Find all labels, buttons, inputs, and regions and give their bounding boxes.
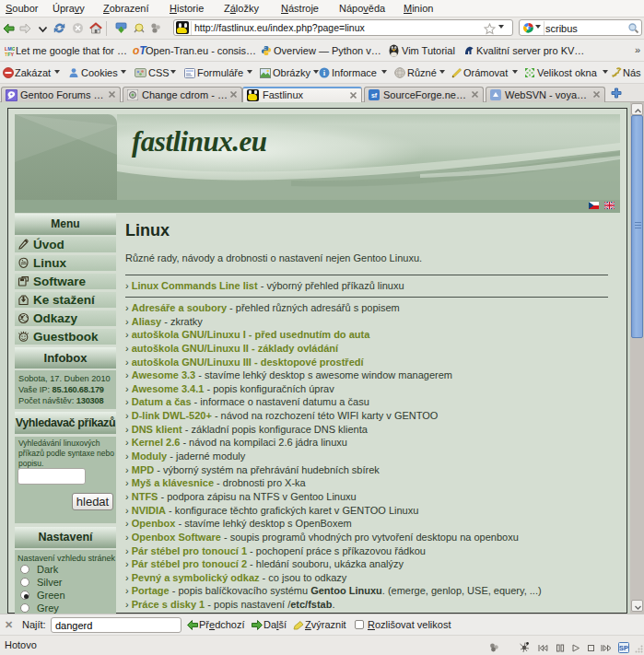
svg-text:TFY: TFY	[5, 52, 15, 56]
svg-text:sf: sf	[371, 92, 378, 99]
svg-text:SP: SP	[619, 644, 628, 652]
